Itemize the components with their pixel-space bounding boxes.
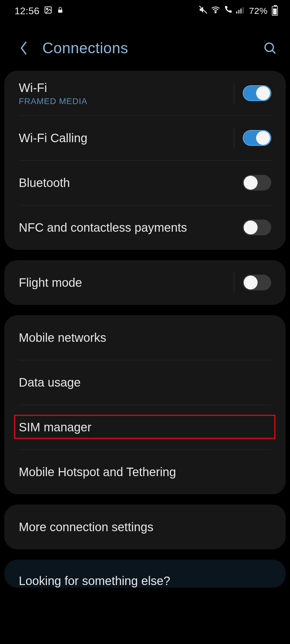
- status-left: 12:56: [15, 5, 64, 17]
- row-data-usage[interactable]: Data usage: [4, 360, 286, 405]
- svg-rect-7: [241, 8, 242, 13]
- row-label: NFC and contactless payments: [19, 220, 243, 235]
- row-text: Wi-FiFRAMED MEDIA: [19, 80, 234, 106]
- svg-rect-2: [58, 10, 62, 13]
- status-bar: 12:56: [0, 0, 290, 22]
- row-more-connection-settings[interactable]: More connection settings: [4, 505, 286, 549]
- row-wifi-calling[interactable]: Wi-Fi Calling: [4, 116, 286, 160]
- row-label: Mobile networks: [19, 330, 271, 345]
- switch-knob: [244, 176, 258, 190]
- row-label: Wi-Fi Calling: [19, 130, 234, 145]
- row-sim-manager[interactable]: SIM manager: [4, 405, 286, 449]
- vertical-separator: [234, 127, 234, 149]
- row-wifi[interactable]: Wi-FiFRAMED MEDIA: [4, 71, 286, 116]
- battery-percentage: 72%: [249, 6, 268, 16]
- row-label: Bluetooth: [19, 175, 243, 190]
- row-mobile-hotspot[interactable]: Mobile Hotspot and Tethering: [4, 449, 286, 494]
- row-nfc[interactable]: NFC and contactless payments: [4, 205, 286, 250]
- svg-rect-8: [243, 7, 244, 13]
- bluetooth-toggle[interactable]: [243, 175, 271, 191]
- image-icon: [44, 5, 52, 17]
- row-text: Mobile networks: [19, 330, 271, 345]
- wifi-toggle[interactable]: [243, 85, 271, 101]
- row-label: Data usage: [19, 375, 271, 390]
- settings-group: Wi-FiFRAMED MEDIAWi-Fi CallingBluetoothN…: [4, 71, 286, 250]
- row-label: Mobile Hotspot and Tethering: [19, 464, 271, 479]
- row-bluetooth[interactable]: Bluetooth: [4, 160, 286, 205]
- switch-knob: [256, 131, 270, 145]
- signal-icon: [236, 5, 244, 17]
- row-text: Data usage: [19, 375, 271, 390]
- switch-knob: [244, 276, 258, 289]
- row-sublabel: FRAMED MEDIA: [19, 96, 234, 106]
- row-text: NFC and contactless payments: [19, 220, 243, 235]
- mute-vibrate-icon: [199, 5, 208, 17]
- svg-point-1: [46, 8, 48, 10]
- looking-for-card[interactable]: Looking for something else?: [4, 560, 286, 588]
- row-text: SIM manager: [19, 420, 271, 435]
- row-text: More connection settings: [19, 519, 271, 534]
- looking-for-text: Looking for something else?: [4, 560, 286, 588]
- row-label: SIM manager: [19, 420, 271, 435]
- vertical-separator: [234, 82, 234, 104]
- header: Connections: [0, 22, 290, 71]
- flight-mode-toggle[interactable]: [243, 275, 271, 290]
- status-time: 12:56: [15, 5, 40, 17]
- row-text: Mobile Hotspot and Tethering: [19, 464, 271, 479]
- row-label: More connection settings: [19, 519, 271, 534]
- settings-group: Mobile networksData usageSIM managerMobi…: [4, 315, 286, 494]
- row-flight-mode[interactable]: Flight mode: [4, 260, 286, 305]
- wifi-calling-status-icon: [223, 5, 232, 17]
- row-text: Wi-Fi Calling: [19, 130, 234, 145]
- nfc-toggle[interactable]: [243, 220, 271, 235]
- battery-icon: [272, 6, 278, 16]
- settings-group: Flight mode: [4, 260, 286, 305]
- lock-icon: [57, 5, 64, 17]
- wifi-calling-toggle[interactable]: [243, 130, 271, 146]
- vertical-separator: [234, 272, 234, 293]
- wifi-icon: [211, 5, 220, 17]
- settings-group: More connection settings: [4, 505, 286, 549]
- page-title: Connections: [42, 39, 262, 57]
- back-button[interactable]: [16, 40, 31, 56]
- row-label: Flight mode: [19, 275, 234, 290]
- svg-point-4: [215, 12, 216, 13]
- row-text: Flight mode: [19, 275, 234, 290]
- status-right: 72%: [199, 5, 278, 17]
- search-button[interactable]: [262, 40, 278, 56]
- switch-knob: [244, 221, 258, 234]
- svg-line-10: [272, 50, 275, 53]
- row-text: Bluetooth: [19, 175, 243, 190]
- row-mobile-networks[interactable]: Mobile networks: [4, 315, 286, 360]
- row-label: Wi-Fi: [19, 80, 234, 95]
- svg-rect-6: [239, 10, 240, 14]
- svg-rect-5: [236, 11, 238, 13]
- switch-knob: [256, 86, 270, 100]
